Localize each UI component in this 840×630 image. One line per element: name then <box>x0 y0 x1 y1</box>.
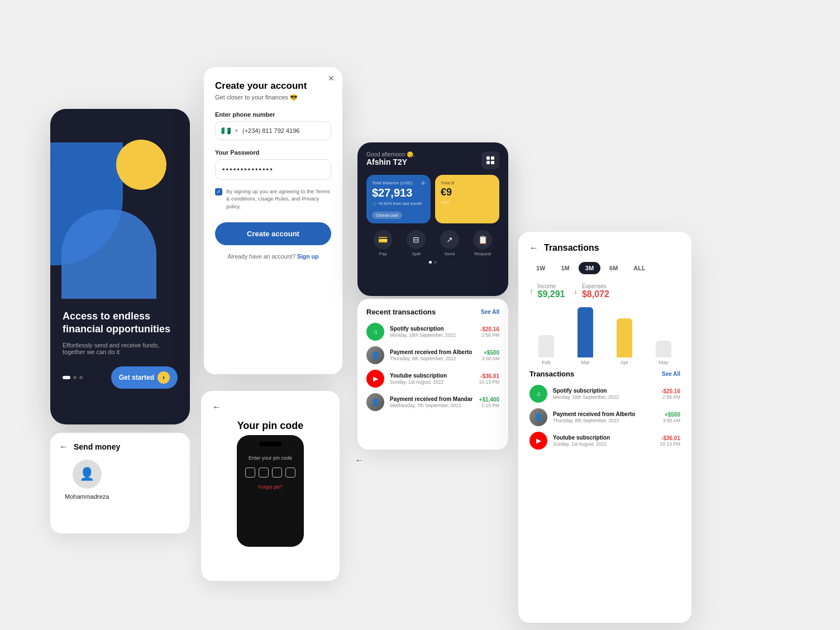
contact-name: Mohammadreza <box>65 493 109 500</box>
pin-box-3[interactable] <box>272 467 282 478</box>
usd-change-text: +9.92% from last month <box>378 201 422 206</box>
txn-right: +$500 3:00 AM <box>663 412 680 423</box>
analytics-transaction-item: 👤 Payment received from Alberto Thursday… <box>529 408 680 426</box>
send-money-header: ← Send money <box>59 442 181 452</box>
action-request[interactable]: 📋 Request <box>473 230 492 256</box>
close-button[interactable]: ✕ <box>328 74 335 83</box>
txn-date: Thursday, 8th September, 2022 <box>390 356 476 361</box>
txn-date: Wednesday, 7th September, 2022 <box>390 403 474 408</box>
income-data: Income $9,291 <box>538 283 565 299</box>
send-back-arrow-icon[interactable]: ← <box>59 442 68 452</box>
forgot-pin-link[interactable]: Forgot pin? <box>259 484 283 490</box>
pagination-dots <box>63 376 83 379</box>
transaction-item: ▶ Youtube subscription Sunday, 1st Augus… <box>366 370 499 388</box>
modal-subtitle: Get closer to your finances 😎 <box>215 94 331 101</box>
signin-row: Already have an account? Sign up <box>215 253 331 260</box>
txn-name: Spotify subscription <box>390 326 475 332</box>
bar-may: May <box>647 341 680 365</box>
txn-time: 10:13 PM <box>660 441 680 447</box>
eur-balance-label: Total B <box>441 180 494 185</box>
txn-name: Youtube subscription <box>390 373 474 379</box>
dashboard-pagination <box>366 261 499 264</box>
phone-input[interactable]: 🇳🇬 ▾ (+234) 811 792 4196 <box>215 121 331 140</box>
income-expense-row: ↑ Income $9,291 ↓ Expenses $8,072 <box>529 283 680 299</box>
period-tab-3m[interactable]: 3M <box>579 262 600 274</box>
action-send[interactable]: ↗ Send <box>440 230 459 256</box>
action-split[interactable]: ⊟ Split <box>407 230 426 256</box>
send-money-card: ← Send money 👤 Mohammadreza <box>50 433 190 533</box>
bar-apr: Apr <box>608 318 641 365</box>
grid-icon[interactable] <box>481 151 499 169</box>
txn-amount: -$36.01 <box>660 435 680 441</box>
pin-boxes <box>245 467 295 478</box>
bar-mar: Mar <box>569 307 602 365</box>
password-input[interactable]: •••••••••••••• <box>215 159 331 180</box>
pdot-1 <box>429 261 432 264</box>
txn-amount: +$1,400 <box>479 397 499 403</box>
txn-time: 10:13 PM <box>479 379 499 385</box>
bar-feb: Feb <box>529 335 563 365</box>
eur-balance-amount: €9 <box>441 187 494 198</box>
pin-back-arrow-icon[interactable]: ← <box>212 402 221 412</box>
pin-box-4[interactable] <box>285 467 295 478</box>
youtube-icon: ▶ <box>366 370 384 388</box>
action-pay[interactable]: 💳 Pay <box>374 230 393 256</box>
txn-time: 2:56 PM <box>661 394 680 400</box>
income-arrow-icon: ↑ <box>529 287 533 295</box>
txn-amount: -$20.16 <box>480 326 499 332</box>
bar-may-label: May <box>658 360 668 365</box>
get-started-button[interactable]: Get started › <box>111 366 178 389</box>
txn-info: Spotify subscription Monday, 16th Septem… <box>390 326 475 338</box>
income-amount: $9,291 <box>538 289 565 299</box>
bar-apr-bar <box>617 318 632 357</box>
txn-time: 3:00 AM <box>482 356 499 361</box>
expense-label: Expenses <box>582 283 609 289</box>
period-tab-1m[interactable]: 1M <box>555 262 576 274</box>
txn-amount: -$36.01 <box>479 373 499 379</box>
analytics-see-all-link[interactable]: See All <box>662 371 680 377</box>
txn-date: Thursday, 8th September, 2022 <box>553 418 657 423</box>
signin-link[interactable]: Sign up <box>297 253 319 260</box>
spotify-icon-analytics: ♫ <box>529 385 547 403</box>
chevron-down-icon: ▾ <box>235 128 238 133</box>
transaction-item: 👤 Payment received from Mandar Wednesday… <box>366 393 499 411</box>
pin-box-1[interactable] <box>245 467 255 478</box>
person-avatar-analytics: 👤 <box>529 408 547 426</box>
terms-checkbox[interactable] <box>215 188 222 195</box>
dot-3 <box>79 376 83 379</box>
txn-right: -$36.01 10:13 PM <box>479 373 499 385</box>
onboarding-subtext: Effortlessly send and receive funds, tog… <box>63 342 178 355</box>
usd-balance-card: 👁 Total Balance (USD) $27,913 ↑↓ +9.92% … <box>366 175 431 223</box>
prime-back-arrow-icon[interactable]: ← <box>355 456 363 465</box>
create-account-button[interactable]: Create account <box>215 222 331 245</box>
pin-box-2[interactable] <box>259 467 269 478</box>
bar-chart: Feb Mar Apr May <box>529 309 680 365</box>
choose-card-button[interactable]: Choose card <box>372 212 402 219</box>
txn-amount: +$500 <box>663 412 680 418</box>
eur-balance-card: Total B €9 +9.9 <box>435 175 499 223</box>
prime-card-section: ← 📶 Prime card <box>355 455 363 465</box>
transaction-item: ♫ Spotify subscription Monday, 16th Sept… <box>366 323 499 341</box>
period-tab-all[interactable]: ALL <box>627 262 652 274</box>
txn-time: 1:15 PM <box>479 403 499 408</box>
see-all-link[interactable]: See All <box>481 309 499 315</box>
txn-info: Spotify subscription Monday, 16th Septem… <box>553 388 656 400</box>
person-avatar: 👤 <box>366 346 384 364</box>
period-tab-1w[interactable]: 1W <box>529 262 552 274</box>
txn-name: Payment received from Mandar <box>390 396 474 402</box>
send-money-title: Send money <box>74 442 120 451</box>
shape-blue-bottom <box>61 209 156 299</box>
txn-info: Payment received from Alberto Thursday, … <box>390 349 476 361</box>
period-tab-6m[interactable]: 6M <box>603 262 624 274</box>
create-account-modal: ✕ Create your account Get closer to your… <box>204 67 342 374</box>
eur-change-text: +9.9 <box>441 200 449 205</box>
txn-date: Monday, 16th September, 2022 <box>553 394 656 400</box>
back-arrow-icon[interactable]: ← <box>529 243 538 253</box>
terms-text: By signing up you are agreeing to the Te… <box>226 188 331 210</box>
circle-yellow <box>116 140 166 190</box>
pay-label: Pay <box>379 251 387 256</box>
txn-time: 3:00 AM <box>663 418 680 423</box>
analytics-transaction-item: ▶ Youtube subscription Sunday, 1st Augus… <box>529 432 680 450</box>
eye-icon[interactable]: 👁 <box>421 180 426 187</box>
bar-feb-label: Feb <box>542 360 551 365</box>
